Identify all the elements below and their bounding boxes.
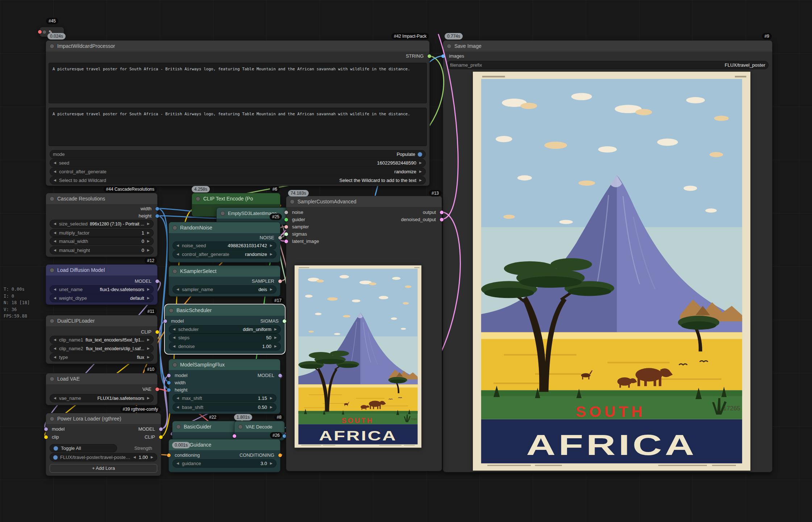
collapse-toggle-icon[interactable]: [176, 424, 181, 429]
collapse-toggle-icon[interactable]: [172, 362, 177, 367]
collapse-toggle-icon[interactable]: [172, 225, 177, 230]
step-right-icon[interactable]: [274, 326, 278, 333]
noise-seed-widget[interactable]: noise_seed 498826310314742: [172, 241, 276, 250]
mode-toggle-icon[interactable]: [417, 152, 422, 157]
output-port-noise[interactable]: [278, 236, 282, 240]
output-port-model[interactable]: [155, 279, 159, 283]
collapse-toggle-icon[interactable]: [172, 269, 177, 274]
node-title-bar[interactable]: SamplerCustomAdvanced: [286, 196, 442, 207]
type-widget[interactable]: type flux: [50, 353, 154, 361]
step-left-icon[interactable]: [53, 294, 57, 302]
step-right-icon[interactable]: [269, 403, 273, 411]
unet-name-widget[interactable]: unet_name flux1-dev.safetensors: [50, 285, 154, 294]
base-shift-widget[interactable]: base_shift 0.50: [172, 403, 276, 411]
output-port-model[interactable]: [159, 427, 163, 431]
manual-width-widget[interactable]: manual_width 0: [50, 237, 154, 245]
input-port-clip[interactable]: [44, 435, 48, 439]
step-left-icon[interactable]: [176, 286, 180, 293]
step-right-icon[interactable]: [146, 294, 150, 302]
mode-widget[interactable]: mode Populate: [50, 150, 426, 158]
toggle-all-control[interactable]: Toggle All: [50, 444, 117, 452]
collapse-toggle-icon[interactable]: [50, 319, 54, 323]
step-left-icon[interactable]: [53, 394, 57, 402]
step-left-icon[interactable]: [172, 326, 176, 333]
vae-name-widget[interactable]: vae_name FLUX1/ae.safetensors: [50, 394, 154, 402]
scheduler-widget[interactable]: scheduler ddim_uniform: [169, 325, 281, 334]
node-load-vae[interactable]: Load VAE VAE vae_name FLUX1/ae.safetenso…: [46, 373, 158, 405]
populated-text-area[interactable]: A picturesque travel poster for South Af…: [49, 108, 427, 146]
toggle-all-icon[interactable]: [53, 446, 58, 451]
step-right-icon[interactable]: [269, 286, 273, 293]
step-right-icon[interactable]: [146, 353, 150, 361]
collapse-toggle-icon[interactable]: [196, 196, 200, 201]
collapse-toggle-icon[interactable]: [50, 377, 54, 381]
control-after-generate-widget[interactable]: control_after_generate randomize: [172, 250, 276, 258]
step-right-icon[interactable]: [146, 237, 150, 245]
node-title-bar[interactable]: BasicScheduler: [165, 305, 284, 316]
wildcard-text-area[interactable]: A picturesque travel poster for South Af…: [49, 63, 427, 103]
step-right-icon[interactable]: [146, 336, 150, 344]
step-right-icon[interactable]: [146, 220, 150, 228]
step-right-icon[interactable]: [419, 177, 422, 184]
step-left-icon[interactable]: [53, 336, 57, 344]
manual-height-widget[interactable]: manual_height 0: [50, 246, 154, 254]
node-title-bar[interactable]: KSamplerSelect: [169, 266, 280, 277]
output-port-sigmas[interactable]: [283, 319, 286, 323]
collapse-toggle-icon[interactable]: [238, 424, 243, 429]
step-right-icon[interactable]: [269, 250, 273, 258]
step-right-icon[interactable]: [146, 345, 150, 352]
step-right-icon[interactable]: [419, 159, 422, 167]
node-save-image[interactable]: Save Image images filename_prefix FLUX/t…: [443, 40, 773, 472]
collapse-toggle-icon[interactable]: [220, 211, 225, 216]
collapse-toggle-icon[interactable]: [447, 44, 451, 49]
node-title-bar[interactable]: ImpactWildcardProcessor: [46, 41, 429, 51]
output-port-clip[interactable]: [155, 330, 159, 334]
input-port-sigmas[interactable]: [284, 232, 288, 236]
input-port-height[interactable]: [167, 388, 171, 392]
step-left-icon[interactable]: [53, 220, 57, 228]
guidance-widget[interactable]: guidance 3.0: [172, 459, 276, 468]
node-power-lora-loader[interactable]: Power Lora Loader (rgthree) model MODEL …: [46, 413, 161, 476]
add-lora-button[interactable]: + Add Lora: [50, 464, 157, 473]
input-port-samples[interactable]: [233, 434, 236, 438]
collapse-toggle-icon[interactable]: [50, 268, 54, 273]
node-title-bar[interactable]: BasicGuider: [172, 421, 236, 432]
input-port-noise[interactable]: [284, 211, 288, 214]
collapse-toggle-icon[interactable]: [290, 199, 295, 204]
step-left-icon[interactable]: [53, 353, 57, 361]
step-left-icon[interactable]: [53, 229, 57, 237]
node-title-bar[interactable]: Load VAE: [46, 373, 157, 384]
output-port-conditioning[interactable]: [278, 453, 282, 457]
max-shift-widget[interactable]: max_shift 1.15: [172, 394, 276, 402]
step-right-icon[interactable]: [146, 286, 150, 293]
input-port-model[interactable]: [167, 374, 171, 377]
step-left-icon[interactable]: [172, 334, 176, 341]
input-port-model[interactable]: [44, 427, 48, 431]
node-title-bar[interactable]: CLIP Text Encode (Po: [192, 193, 280, 204]
node-random-noise[interactable]: RandomNoise NOISE noise_seed 49882631031…: [168, 222, 280, 262]
step-left-icon[interactable]: [176, 250, 180, 258]
control-after-generate-widget[interactable]: control_after_generate randomize: [50, 167, 426, 176]
sampler-name-widget[interactable]: sampler_name deis: [172, 285, 276, 294]
node-title-bar[interactable]: RandomNoise: [169, 222, 280, 233]
weight-dtype-widget[interactable]: weight_dtype default: [50, 294, 154, 302]
input-port-guider[interactable]: [284, 218, 288, 221]
step-right-icon[interactable]: [274, 343, 278, 350]
node-title-bar[interactable]: DualCLIPLoader: [46, 315, 157, 326]
node-model-sampling-flux[interactable]: ModelSamplingFlux model MODEL width heig…: [168, 359, 280, 414]
node-cascade-resolutions[interactable]: Cascade Resolutions width height size_se…: [46, 193, 158, 257]
step-left-icon[interactable]: [53, 237, 57, 245]
node-ksampler-select[interactable]: KSamplerSelect SAMPLER sampler_name deis: [168, 265, 280, 297]
node-dual-clip-loader[interactable]: DualCLIPLoader CLIP clip_name1 flux_text…: [46, 315, 158, 364]
node-title-bar[interactable]: Power Lora Loader (rgthree): [46, 413, 161, 424]
collapse-toggle-icon[interactable]: [42, 30, 46, 34]
seed-widget[interactable]: seed 160229582448590: [50, 159, 426, 167]
output-port-vae[interactable]: [155, 388, 159, 391]
node-impact-wildcard-processor[interactable]: ImpactWildcardProcessor STRING A picture…: [46, 40, 430, 186]
output-port-clip[interactable]: [159, 435, 163, 439]
node-load-diffusion-model[interactable]: Load Diffusion Model MODEL unet_name flu…: [46, 264, 158, 305]
step-right-icon[interactable]: [146, 394, 150, 402]
select-wildcard-widget[interactable]: Select to add Wildcard Select the Wildca…: [50, 176, 426, 185]
output-port-string[interactable]: [38, 30, 42, 34]
output-port-denoised-output[interactable]: [440, 218, 444, 221]
